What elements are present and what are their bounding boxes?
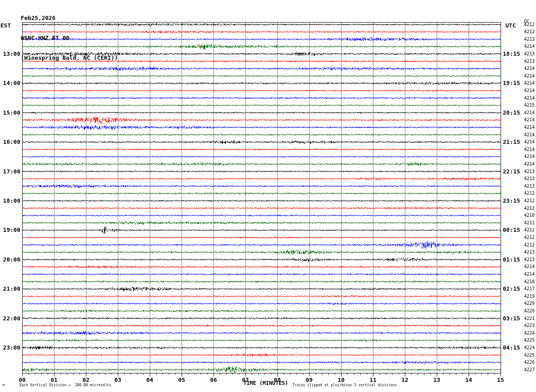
dc-value: 4214 [524, 96, 535, 101]
utc-hour-label: 20:15 [503, 109, 520, 116]
dc-value: 4214 [524, 161, 535, 167]
dc-value: 4225 [524, 338, 535, 343]
dc-value: 4214 [524, 73, 535, 79]
dc-value: 4213 [524, 169, 535, 174]
dc-value: 4213 [524, 51, 535, 57]
clip-note: Traces clipped at plus/minus 5 vertical … [292, 383, 397, 387]
dc-value: 4215 [524, 103, 535, 108]
dc-value: 4212 [524, 227, 535, 233]
utc-hour-label: 01:15 [503, 256, 520, 263]
dc-value: 4214 [524, 272, 535, 277]
x-tick-label: 00 [19, 377, 26, 383]
dc-value: 4214 [524, 139, 535, 145]
dc-value: 4214 [524, 125, 535, 130]
utc-hour-label: 03:15 [503, 315, 520, 322]
dc-value: 4212 [524, 29, 535, 35]
est-hour-label: 16:00 [0, 138, 20, 145]
plot-header: Feb25,2026 WSNC HNZ ET 00 (Winespring Ba… [21, 1, 118, 74]
est-hour-label: 22:00 [0, 315, 20, 322]
est-hour-label: 13:00 [0, 50, 20, 57]
header-date: Feb25,2026 [21, 15, 118, 21]
dc-value: 4217 [524, 286, 535, 292]
x-tick-label: 09 [306, 377, 313, 383]
dc-value: 4220 [524, 308, 535, 314]
dc-value: 4213 [524, 37, 535, 42]
dc-value: 4225 [524, 353, 535, 358]
dc-value: 4214 [524, 44, 535, 49]
dc-value: 4213 [524, 176, 535, 181]
est-hour-label: 15:00 [0, 109, 20, 116]
utc-hour-label: 22:15 [503, 168, 520, 175]
dc-value: 4213 [524, 184, 535, 189]
x-tick-label: 04 [146, 377, 153, 383]
x-tick-label: 10 [338, 377, 345, 383]
est-hour-label: 18:00 [0, 197, 20, 204]
dc-value: 4214 [524, 147, 535, 152]
dc-value: 4224 [524, 331, 535, 336]
x-tick-label: 05 [178, 377, 185, 383]
dc-value: 4210 [524, 213, 535, 218]
dc-value: 4212 [524, 191, 535, 196]
utc-hour-label: 04:15 [503, 344, 520, 351]
x-tick-label: 03 [114, 377, 121, 383]
dc-value: 4214 [524, 154, 535, 159]
dc-value: 4224 [524, 345, 535, 350]
dc-value: 4223 [524, 323, 535, 328]
utc-hour-label: 23:15 [503, 197, 520, 204]
header-location: (Winespring Bald, NC (CERI)) [21, 54, 118, 61]
header-station: WSNC HNZ ET 00 [21, 35, 118, 41]
dc-value: 4212 [524, 206, 535, 211]
dc-value: 4214 [524, 264, 535, 269]
est-timezone-label: EST [0, 22, 11, 29]
x-tick-label: 01 [50, 377, 58, 383]
dc-value: 4227 [524, 367, 535, 373]
dc-value: 4212 [524, 22, 535, 27]
x-tick-label: 12 [401, 377, 408, 383]
dc-value: 4221 [524, 316, 535, 321]
dc-value: 4211 [524, 220, 535, 226]
utc-hour-label: 00:15 [503, 227, 520, 233]
dc-value: 4214 [524, 117, 535, 123]
est-hour-label: 17:00 [0, 168, 20, 175]
x-tick-label: 06 [210, 377, 217, 383]
est-hour-label: 21:00 [0, 285, 20, 292]
dc-value: 4213 [524, 59, 535, 64]
helicorder-page: Feb25,2026 WSNC HNZ ET 00 (Winespring Ba… [0, 0, 536, 392]
watermark-mark: M [3, 384, 4, 387]
utc-hour-label: 18:15 [503, 50, 520, 57]
dc-value: 4218 [524, 279, 535, 284]
dc-value: 4214 [524, 81, 535, 86]
dc-value: 4214 [524, 66, 535, 71]
x-tick-label: 15 [497, 377, 504, 383]
x-tick-label: 14 [465, 377, 472, 383]
est-hour-label: 19:00 [0, 227, 20, 233]
x-axis-title: TIME (MINUTES) [243, 380, 288, 386]
dc-value: 4226 [524, 360, 535, 365]
est-hour-label: 23:00 [0, 344, 20, 351]
dc-value: 4212 [524, 242, 535, 248]
utc-timezone-label: UTC [505, 22, 516, 29]
dc-value: 4214 [524, 110, 535, 115]
dc-value: 4214 [524, 88, 535, 93]
scale-note: Each Vertical Division = 200.00 microvol… [19, 383, 111, 387]
utc-hour-label: 02:15 [503, 285, 520, 292]
dc-value: 4213 [524, 250, 535, 255]
dc-value: 4214 [524, 132, 535, 138]
dc-value: 4212 [524, 198, 535, 204]
dc-value: 4219 [524, 294, 535, 299]
dc-value: 4220 [524, 301, 535, 306]
dc-value: 4212 [524, 235, 535, 240]
x-tick-label: 11 [369, 377, 377, 383]
x-tick-label: 02 [82, 377, 89, 383]
est-hour-label: 20:00 [0, 256, 20, 263]
est-hour-label: 14:00 [0, 80, 20, 86]
utc-hour-label: 21:15 [503, 138, 520, 145]
x-tick-label: 13 [433, 377, 440, 383]
dc-value: 4213 [524, 257, 535, 262]
utc-hour-label: 19:15 [503, 80, 520, 86]
